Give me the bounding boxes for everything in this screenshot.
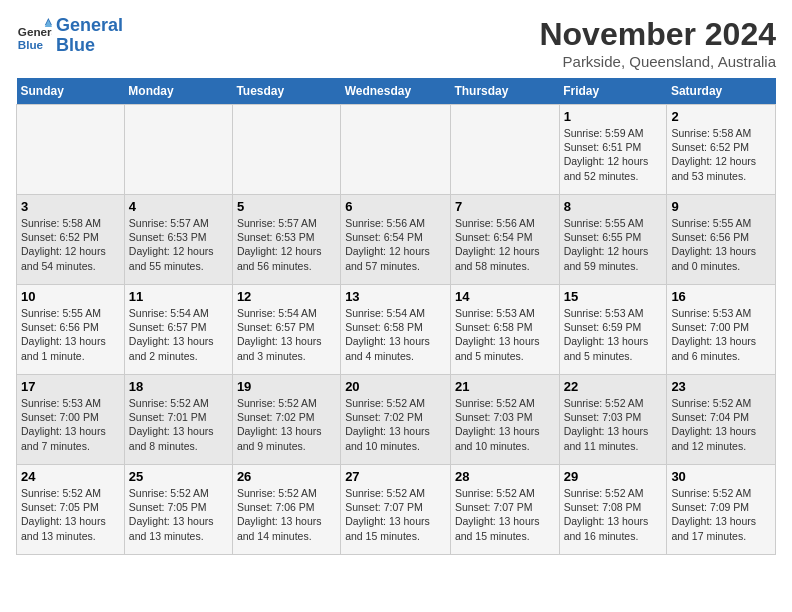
- calendar-cell: [341, 105, 451, 195]
- day-info: Sunrise: 5:52 AM Sunset: 7:05 PM Dayligh…: [129, 486, 228, 543]
- calendar-cell: 24Sunrise: 5:52 AM Sunset: 7:05 PM Dayli…: [17, 465, 125, 555]
- calendar-cell: 21Sunrise: 5:52 AM Sunset: 7:03 PM Dayli…: [450, 375, 559, 465]
- calendar-cell: 1Sunrise: 5:59 AM Sunset: 6:51 PM Daylig…: [559, 105, 667, 195]
- day-info: Sunrise: 5:52 AM Sunset: 7:02 PM Dayligh…: [345, 396, 446, 453]
- day-info: Sunrise: 5:57 AM Sunset: 6:53 PM Dayligh…: [129, 216, 228, 273]
- day-info: Sunrise: 5:53 AM Sunset: 7:00 PM Dayligh…: [671, 306, 771, 363]
- header-row: SundayMondayTuesdayWednesdayThursdayFrid…: [17, 78, 776, 105]
- day-info: Sunrise: 5:58 AM Sunset: 6:52 PM Dayligh…: [21, 216, 120, 273]
- day-number: 9: [671, 199, 771, 214]
- day-number: 28: [455, 469, 555, 484]
- day-info: Sunrise: 5:53 AM Sunset: 7:00 PM Dayligh…: [21, 396, 120, 453]
- logo-text: General Blue: [56, 16, 123, 56]
- weekday-header: Thursday: [450, 78, 559, 105]
- day-number: 5: [237, 199, 336, 214]
- day-info: Sunrise: 5:55 AM Sunset: 6:55 PM Dayligh…: [564, 216, 663, 273]
- calendar-cell: 27Sunrise: 5:52 AM Sunset: 7:07 PM Dayli…: [341, 465, 451, 555]
- day-info: Sunrise: 5:59 AM Sunset: 6:51 PM Dayligh…: [564, 126, 663, 183]
- calendar-cell: [17, 105, 125, 195]
- day-number: 30: [671, 469, 771, 484]
- day-number: 18: [129, 379, 228, 394]
- calendar-cell: [232, 105, 340, 195]
- day-number: 14: [455, 289, 555, 304]
- day-number: 21: [455, 379, 555, 394]
- weekday-header: Sunday: [17, 78, 125, 105]
- calendar-cell: 25Sunrise: 5:52 AM Sunset: 7:05 PM Dayli…: [124, 465, 232, 555]
- day-info: Sunrise: 5:55 AM Sunset: 6:56 PM Dayligh…: [671, 216, 771, 273]
- calendar-week-row: 10Sunrise: 5:55 AM Sunset: 6:56 PM Dayli…: [17, 285, 776, 375]
- calendar-cell: 7Sunrise: 5:56 AM Sunset: 6:54 PM Daylig…: [450, 195, 559, 285]
- logo-icon: General Blue: [16, 18, 52, 54]
- calendar-cell: 15Sunrise: 5:53 AM Sunset: 6:59 PM Dayli…: [559, 285, 667, 375]
- calendar-cell: 29Sunrise: 5:52 AM Sunset: 7:08 PM Dayli…: [559, 465, 667, 555]
- day-number: 16: [671, 289, 771, 304]
- day-number: 26: [237, 469, 336, 484]
- day-info: Sunrise: 5:52 AM Sunset: 7:03 PM Dayligh…: [455, 396, 555, 453]
- day-number: 27: [345, 469, 446, 484]
- calendar-cell: 30Sunrise: 5:52 AM Sunset: 7:09 PM Dayli…: [667, 465, 776, 555]
- logo-blue: Blue: [56, 35, 95, 55]
- weekday-header: Friday: [559, 78, 667, 105]
- weekday-header: Monday: [124, 78, 232, 105]
- calendar-week-row: 17Sunrise: 5:53 AM Sunset: 7:00 PM Dayli…: [17, 375, 776, 465]
- day-info: Sunrise: 5:52 AM Sunset: 7:07 PM Dayligh…: [455, 486, 555, 543]
- day-number: 15: [564, 289, 663, 304]
- day-number: 7: [455, 199, 555, 214]
- calendar-cell: 5Sunrise: 5:57 AM Sunset: 6:53 PM Daylig…: [232, 195, 340, 285]
- day-info: Sunrise: 5:52 AM Sunset: 7:02 PM Dayligh…: [237, 396, 336, 453]
- calendar-cell: 8Sunrise: 5:55 AM Sunset: 6:55 PM Daylig…: [559, 195, 667, 285]
- weekday-header: Saturday: [667, 78, 776, 105]
- day-number: 11: [129, 289, 228, 304]
- month-title: November 2024: [539, 16, 776, 53]
- calendar-week-row: 24Sunrise: 5:52 AM Sunset: 7:05 PM Dayli…: [17, 465, 776, 555]
- day-number: 8: [564, 199, 663, 214]
- day-number: 13: [345, 289, 446, 304]
- day-number: 4: [129, 199, 228, 214]
- day-number: 23: [671, 379, 771, 394]
- day-info: Sunrise: 5:53 AM Sunset: 6:58 PM Dayligh…: [455, 306, 555, 363]
- day-info: Sunrise: 5:56 AM Sunset: 6:54 PM Dayligh…: [455, 216, 555, 273]
- calendar-cell: 2Sunrise: 5:58 AM Sunset: 6:52 PM Daylig…: [667, 105, 776, 195]
- calendar-cell: 20Sunrise: 5:52 AM Sunset: 7:02 PM Dayli…: [341, 375, 451, 465]
- day-number: 3: [21, 199, 120, 214]
- calendar-cell: 16Sunrise: 5:53 AM Sunset: 7:00 PM Dayli…: [667, 285, 776, 375]
- calendar-cell: [124, 105, 232, 195]
- calendar-cell: 12Sunrise: 5:54 AM Sunset: 6:57 PM Dayli…: [232, 285, 340, 375]
- day-info: Sunrise: 5:54 AM Sunset: 6:57 PM Dayligh…: [237, 306, 336, 363]
- day-info: Sunrise: 5:54 AM Sunset: 6:58 PM Dayligh…: [345, 306, 446, 363]
- day-number: 29: [564, 469, 663, 484]
- page-header: General Blue General Blue November 2024 …: [16, 16, 776, 70]
- calendar-cell: 28Sunrise: 5:52 AM Sunset: 7:07 PM Dayli…: [450, 465, 559, 555]
- day-number: 25: [129, 469, 228, 484]
- weekday-header: Tuesday: [232, 78, 340, 105]
- calendar-cell: 23Sunrise: 5:52 AM Sunset: 7:04 PM Dayli…: [667, 375, 776, 465]
- day-info: Sunrise: 5:53 AM Sunset: 6:59 PM Dayligh…: [564, 306, 663, 363]
- day-info: Sunrise: 5:52 AM Sunset: 7:07 PM Dayligh…: [345, 486, 446, 543]
- calendar-cell: 10Sunrise: 5:55 AM Sunset: 6:56 PM Dayli…: [17, 285, 125, 375]
- title-block: November 2024 Parkside, Queensland, Aust…: [539, 16, 776, 70]
- day-number: 17: [21, 379, 120, 394]
- calendar-cell: 13Sunrise: 5:54 AM Sunset: 6:58 PM Dayli…: [341, 285, 451, 375]
- calendar-week-row: 3Sunrise: 5:58 AM Sunset: 6:52 PM Daylig…: [17, 195, 776, 285]
- day-info: Sunrise: 5:57 AM Sunset: 6:53 PM Dayligh…: [237, 216, 336, 273]
- calendar-cell: 17Sunrise: 5:53 AM Sunset: 7:00 PM Dayli…: [17, 375, 125, 465]
- calendar-cell: 14Sunrise: 5:53 AM Sunset: 6:58 PM Dayli…: [450, 285, 559, 375]
- calendar-cell: [450, 105, 559, 195]
- location: Parkside, Queensland, Australia: [539, 53, 776, 70]
- day-info: Sunrise: 5:54 AM Sunset: 6:57 PM Dayligh…: [129, 306, 228, 363]
- day-number: 10: [21, 289, 120, 304]
- calendar-cell: 9Sunrise: 5:55 AM Sunset: 6:56 PM Daylig…: [667, 195, 776, 285]
- day-info: Sunrise: 5:55 AM Sunset: 6:56 PM Dayligh…: [21, 306, 120, 363]
- calendar-cell: 26Sunrise: 5:52 AM Sunset: 7:06 PM Dayli…: [232, 465, 340, 555]
- calendar-week-row: 1Sunrise: 5:59 AM Sunset: 6:51 PM Daylig…: [17, 105, 776, 195]
- day-info: Sunrise: 5:52 AM Sunset: 7:08 PM Dayligh…: [564, 486, 663, 543]
- day-number: 12: [237, 289, 336, 304]
- calendar-table: SundayMondayTuesdayWednesdayThursdayFrid…: [16, 78, 776, 555]
- weekday-header: Wednesday: [341, 78, 451, 105]
- day-info: Sunrise: 5:52 AM Sunset: 7:03 PM Dayligh…: [564, 396, 663, 453]
- svg-text:Blue: Blue: [18, 37, 44, 50]
- day-number: 24: [21, 469, 120, 484]
- day-number: 6: [345, 199, 446, 214]
- day-number: 20: [345, 379, 446, 394]
- day-info: Sunrise: 5:52 AM Sunset: 7:04 PM Dayligh…: [671, 396, 771, 453]
